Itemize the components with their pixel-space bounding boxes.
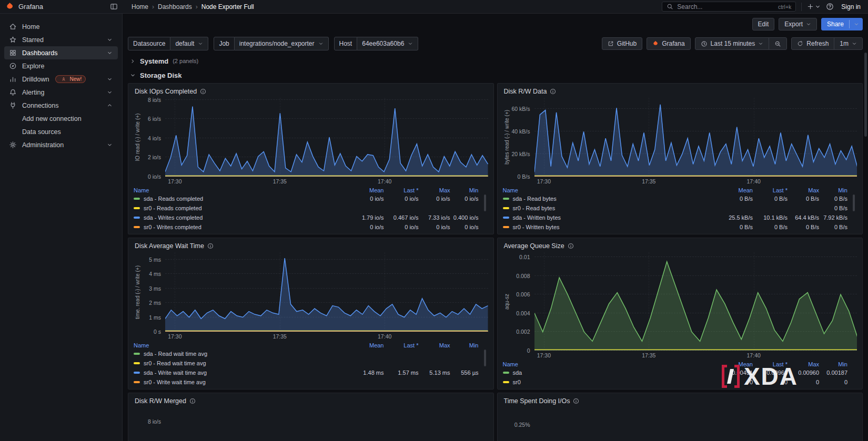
panel-title[interactable]: Disk R/W Data (504, 88, 547, 95)
vertical-scrollbar[interactable] (864, 53, 867, 137)
panel-header[interactable]: Average Queue Size (503, 241, 857, 251)
info-icon[interactable] (200, 88, 206, 95)
sign-in-button[interactable]: Sign in (839, 3, 863, 11)
legend-column-header[interactable]: Name (503, 187, 715, 193)
breadcrumb-home[interactable]: Home (132, 3, 148, 11)
chart-plot-area[interactable] (165, 252, 488, 332)
info-icon[interactable] (189, 398, 196, 404)
panel-title[interactable]: Disk R/W Merged (135, 397, 186, 405)
help-button[interactable] (826, 3, 834, 11)
datasource-select[interactable]: default (170, 37, 208, 50)
add-new-button[interactable] (807, 3, 821, 10)
legend-column-header[interactable]: Name (503, 361, 715, 367)
legend-row[interactable]: sr0 - Writes completed0 io/s0 io/s0 io/s… (134, 222, 479, 232)
panel-header[interactable]: Disk Average Wait Time (134, 241, 488, 251)
legend-row[interactable]: sda - Written bytes25.5 kB/s10.1 kB/s64.… (503, 213, 848, 222)
search-input[interactable]: ctrl+k (662, 2, 796, 12)
legend-scrollbar[interactable] (853, 194, 855, 211)
sidebar-toggle-icon[interactable] (110, 3, 118, 11)
legend-series-name[interactable]: sda - Write wait time avg (134, 370, 346, 376)
legend-series-name[interactable]: sr0 (503, 379, 715, 385)
section-row-storage-disk[interactable]: Storage Disk (125, 69, 866, 81)
legend-column-header[interactable]: Min (450, 187, 479, 193)
sidebar-item-explore[interactable]: Explore (4, 59, 118, 73)
legend-column-header[interactable]: Max (419, 187, 450, 193)
breadcrumb-dashboards[interactable]: Dashboards (158, 3, 192, 11)
legend-column-header[interactable]: Mean (346, 187, 384, 193)
legend-column-header[interactable]: Last * (753, 361, 788, 367)
panel-header[interactable]: Disk R/W Data (503, 86, 857, 97)
chart-plot-area[interactable] (165, 407, 488, 441)
legend-column-header[interactable]: Min (819, 361, 847, 367)
legend-column-header[interactable]: Max (788, 361, 819, 367)
panel-header[interactable]: Disk R/W Merged (134, 396, 488, 406)
chevron-down-icon[interactable] (105, 89, 114, 95)
legend-series-name[interactable]: sda - Reads completed (134, 196, 346, 202)
refresh-interval-select[interactable]: 1m (834, 37, 863, 50)
host-select[interactable]: 64ee603a60b6 (357, 37, 418, 50)
legend-series-name[interactable]: sr0 - Write wait time avg (134, 379, 346, 385)
panel-title[interactable]: Time Spent Doing I/Os (504, 397, 570, 405)
legend-column-header[interactable]: Last * (384, 342, 419, 348)
legend-column-header[interactable]: Mean (346, 342, 384, 348)
export-button[interactable]: Export (779, 18, 817, 30)
legend-row[interactable]: sda - Read bytes0 B/s0 B/s0 B/s0 B/s (503, 194, 848, 203)
legend-series-name[interactable]: sda - Writes completed (134, 214, 346, 221)
chart-plot-area[interactable] (534, 98, 857, 177)
sidebar-item-home[interactable]: Home (4, 20, 118, 33)
sidebar-item-connections[interactable]: Connections (4, 99, 118, 112)
legend-row[interactable]: sda - Reads completed0 io/s0 io/s0 io/s0… (134, 194, 479, 203)
legend-series-name[interactable]: sda - Written bytes (503, 214, 715, 221)
legend-column-header[interactable]: Min (819, 187, 847, 193)
search-field[interactable] (677, 3, 745, 11)
panel-title[interactable]: Disk Average Wait Time (135, 242, 204, 250)
legend-column-header[interactable]: Max (419, 342, 450, 348)
legend-row[interactable]: sr00000 (503, 377, 848, 387)
legend-column-header[interactable]: Mean (715, 187, 753, 193)
legend-column-header[interactable]: Mean (715, 361, 753, 367)
github-link-button[interactable]: GitHub (602, 37, 642, 50)
legend-series-name[interactable]: sr0 - Written bytes (503, 224, 715, 230)
legend-row[interactable]: sda - Writes completed1.79 io/s0.467 io/… (134, 213, 479, 222)
panel-title[interactable]: Average Queue Size (504, 242, 564, 250)
legend-series-name[interactable]: sda (503, 370, 715, 376)
grafana-logo-icon[interactable] (5, 2, 14, 11)
chevron-down-icon[interactable] (105, 50, 114, 56)
sidebar-item-starred[interactable]: Starred (4, 33, 118, 46)
chevron-down-icon[interactable] (105, 142, 114, 148)
legend-column-header[interactable]: Last * (753, 187, 788, 193)
sidebar-item-add-new-connection[interactable]: Add new connection (4, 112, 118, 125)
sidebar-item-administration[interactable]: Administration (4, 138, 118, 151)
panel-header[interactable]: Disk IOps Completed (134, 86, 488, 97)
section-row-systemd[interactable]: Systemd (2 panels) (125, 56, 866, 66)
sidebar-item-drilldown[interactable]: Drilldown New! (4, 73, 118, 86)
chart-plot-area[interactable] (534, 252, 857, 351)
edit-button[interactable]: Edit (752, 18, 775, 30)
legend-column-header[interactable]: Min (450, 342, 479, 348)
legend-series-name[interactable]: sr0 - Read wait time avg (134, 360, 346, 366)
chevron-down-icon[interactable] (854, 22, 859, 27)
time-range-picker[interactable]: Last 15 minutes (695, 37, 770, 50)
chevron-up-icon[interactable] (105, 102, 114, 108)
legend-row[interactable]: sda - Write wait time avg1.48 ms1.57 ms5… (134, 368, 479, 377)
share-button[interactable]: Share (821, 18, 863, 30)
zoom-out-button[interactable] (769, 37, 787, 50)
legend-column-header[interactable]: Last * (384, 187, 419, 193)
legend-column-header[interactable]: Max (788, 187, 819, 193)
legend-series-name[interactable]: sda - Read bytes (503, 196, 715, 202)
legend-row[interactable]: sr0 - Write wait time avg (134, 377, 479, 387)
legend-column-header[interactable]: Name (134, 342, 346, 348)
chevron-down-icon[interactable] (105, 76, 114, 82)
sidebar-item-dashboards[interactable]: Dashboards (4, 46, 118, 59)
info-icon[interactable] (568, 243, 574, 249)
legend-series-name[interactable]: sr0 - Writes completed (134, 224, 346, 230)
panel-title[interactable]: Disk IOps Completed (135, 88, 197, 95)
panel-header[interactable]: Time Spent Doing I/Os (503, 396, 857, 406)
legend-row[interactable]: sr0 - Reads completed (134, 203, 479, 213)
legend-series-name[interactable]: sr0 - Reads completed (134, 205, 346, 211)
legend-row[interactable]: sda - Read wait time avg (134, 349, 479, 358)
job-select[interactable]: integrations/node_exporter (235, 37, 329, 50)
legend-series-name[interactable]: sr0 - Read bytes (503, 205, 715, 211)
chart-plot-area[interactable] (534, 407, 857, 441)
legend-row[interactable]: sr0 - Read bytes0 B/s (503, 203, 848, 213)
